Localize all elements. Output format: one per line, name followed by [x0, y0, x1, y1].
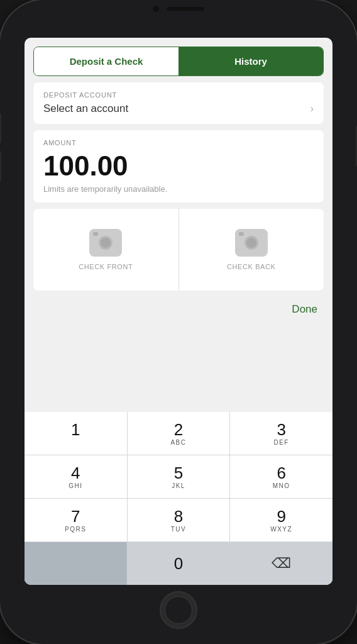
- key-3[interactable]: 3 DEF: [230, 412, 332, 455]
- front-camera: [153, 6, 159, 12]
- key-empty: [25, 542, 127, 585]
- key-1[interactable]: 1: [25, 412, 127, 455]
- camera-flash-back: [239, 232, 244, 236]
- account-selector-row[interactable]: Select an account ›: [43, 103, 314, 115]
- content-area: DEPOSIT ACCOUNT Select an account › AMOU…: [25, 76, 332, 412]
- backspace-icon: ⌫: [272, 555, 291, 572]
- key-6-main: 6: [277, 465, 285, 481]
- key-1-main: 1: [71, 421, 80, 438]
- key-1-sub: [74, 439, 77, 446]
- key-9-sub: WXYZ: [270, 526, 292, 533]
- key-3-sub: DEF: [273, 439, 289, 446]
- camera-lens: [99, 236, 113, 250]
- chevron-right-icon: ›: [310, 103, 314, 114]
- check-back-label: CHECK BACK: [227, 263, 276, 270]
- volume-down-button: [0, 151, 1, 181]
- home-button-inner: [165, 596, 192, 624]
- tab-deposit-check[interactable]: Deposit a Check: [34, 47, 178, 75]
- check-front-label: CHECK FRONT: [79, 263, 133, 270]
- key-9-main: 9: [277, 508, 285, 525]
- key-8-main: 8: [174, 508, 183, 525]
- camera-flash: [93, 232, 98, 236]
- key-7[interactable]: 7 PQRS: [25, 499, 127, 541]
- deposit-account-label: DEPOSIT ACCOUNT: [43, 91, 314, 99]
- tab-history[interactable]: History: [178, 47, 323, 75]
- key-5-sub: JKL: [172, 482, 185, 489]
- phone-shell: Deposit a Check History DEPOSIT ACCOUNT …: [0, 0, 357, 644]
- home-button[interactable]: [160, 591, 197, 629]
- check-capture-card: CHECK FRONT CHECK BACK: [33, 209, 324, 291]
- backspace-button[interactable]: ⌫: [230, 542, 332, 585]
- amount-label: AMOUNT: [43, 139, 314, 147]
- camera-lens-back: [244, 236, 258, 250]
- key-4[interactable]: 4 GHI: [25, 455, 127, 498]
- tab-bar: Deposit a Check History: [33, 47, 324, 76]
- key-7-main: 7: [71, 508, 80, 525]
- key-6-sub: MNO: [273, 482, 290, 489]
- account-placeholder: Select an account: [43, 103, 128, 115]
- amount-card: AMOUNT 100.00 Limits are temporarily una…: [33, 130, 324, 203]
- speaker: [167, 7, 204, 11]
- key-8[interactable]: 8 TUV: [128, 499, 230, 541]
- amount-value: 100.00: [43, 150, 314, 182]
- done-button[interactable]: Done: [287, 301, 322, 318]
- key-5[interactable]: 5 JKL: [128, 455, 230, 498]
- key-4-main: 4: [71, 465, 80, 481]
- check-back-button[interactable]: CHECK BACK: [179, 209, 324, 291]
- key-0-main: 0: [174, 555, 183, 572]
- volume-up-button: [0, 113, 1, 143]
- key-5-main: 5: [174, 465, 183, 481]
- done-row: Done: [33, 297, 324, 322]
- key-4-sub: GHI: [69, 482, 82, 489]
- key-2-sub: ABC: [170, 439, 186, 446]
- keypad: 1 2 ABC 3 DEF 4 GHI 5 JKL 6 MNO: [25, 412, 332, 585]
- deposit-account-card: DEPOSIT ACCOUNT Select an account ›: [33, 82, 324, 124]
- phone-screen: Deposit a Check History DEPOSIT ACCOUNT …: [25, 38, 332, 585]
- camera-back-icon: [235, 229, 268, 257]
- key-8-sub: TUV: [171, 526, 187, 533]
- key-2[interactable]: 2 ABC: [128, 412, 230, 455]
- key-2-main: 2: [174, 421, 183, 438]
- key-6[interactable]: 6 MNO: [230, 455, 332, 498]
- key-7-sub: PQRS: [65, 526, 86, 533]
- key-0[interactable]: 0: [128, 542, 230, 585]
- key-9[interactable]: 9 WXYZ: [230, 499, 332, 541]
- camera-front-icon: [89, 229, 122, 257]
- key-3-main: 3: [277, 421, 285, 438]
- check-front-button[interactable]: CHECK FRONT: [33, 209, 179, 291]
- amount-note: Limits are temporarily unavailable.: [43, 184, 314, 194]
- phone-top-bar: [122, 0, 235, 18]
